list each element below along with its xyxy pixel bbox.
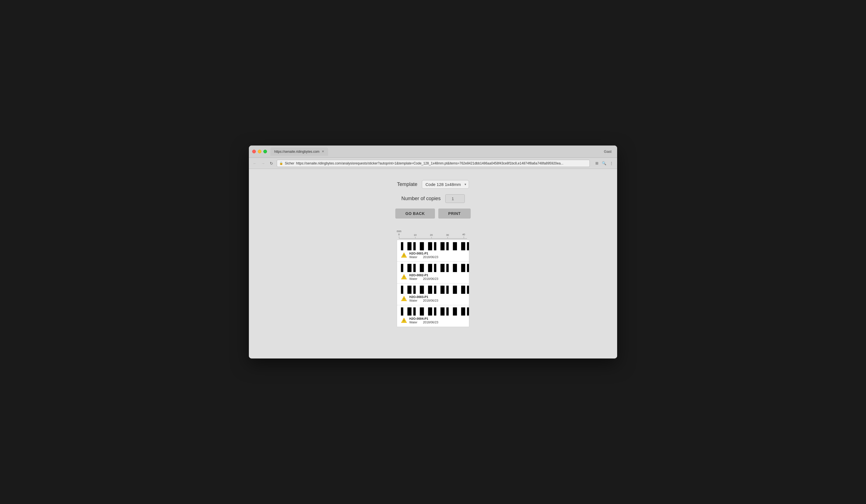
- url-text: https://senaite.ridingbytes.com/analysis…: [296, 161, 563, 165]
- labels-container: ▌▐▌▌▐▌▐▌▌▐▌▌▐▌▐▌▌▐▌▐▌▌▐▌▌▐▌▐▌▌▐▌▐▌▌▐▌ ! …: [397, 240, 469, 327]
- barcode: ▌▐▌▌▐▌▐▌▌▐▌▌▐▌▐▌▌▐▌▐▌▌▐▌▌▐▌▐▌▌▐▌▐▌▌▐▌: [401, 308, 465, 316]
- traffic-lights: [252, 150, 267, 153]
- ruler-unit: mm: [397, 230, 401, 233]
- label-meta: Water 2018/06/23: [409, 299, 438, 302]
- svg-text:!: !: [403, 297, 404, 300]
- forward-button[interactable]: →: [260, 160, 266, 167]
- label-details: H2O-0002-P1 Water 2018/06/23: [409, 274, 438, 280]
- address-bar: ← → ↻ 🔒 Sicher https://senaite.ridingbyt…: [249, 158, 617, 169]
- ruler-label-40: 40: [462, 233, 465, 236]
- copies-label: Number of copies: [401, 196, 441, 202]
- template-select[interactable]: Code 128 1x48mm: [422, 180, 469, 189]
- preview-area: mm 0 10 20 30 40 ▌▐▌▌: [254, 230, 612, 327]
- template-select-wrapper: Code 128 1x48mm: [422, 180, 469, 189]
- ruler-label-10: 10: [414, 233, 417, 237]
- label-id: H2O-0001-P1: [409, 252, 438, 255]
- sample-type: Water: [409, 321, 418, 324]
- label-meta: Water 2018/06/23: [409, 277, 438, 280]
- controls-area: Template Code 128 1x48mm Number of copie…: [254, 180, 612, 219]
- sample-type: Water: [409, 277, 418, 280]
- warning-icon: !: [401, 274, 407, 280]
- warning-icon: !: [401, 296, 407, 302]
- template-row: Template Code 128 1x48mm: [397, 180, 469, 189]
- label-date: 2018/06/23: [423, 321, 438, 324]
- label-item: ▌▐▌▌▐▌▐▌▌▐▌▌▐▌▐▌▌▐▌▐▌▌▐▌▌▐▌▐▌▌▐▌▐▌▌▐▌ ! …: [397, 262, 469, 284]
- bookmark-icon[interactable]: ⊞: [594, 160, 600, 167]
- label-meta: Water 2018/06/23: [409, 321, 438, 324]
- label-meta: Water 2018/06/23: [409, 255, 438, 259]
- ruler-dots: [399, 238, 467, 239]
- ruler-label-30: 30: [446, 233, 449, 237]
- svg-text:!: !: [403, 276, 404, 279]
- svg-text:!: !: [403, 319, 404, 322]
- tab-url: https://senaite.ridingbytes.com: [274, 150, 320, 153]
- browser-window: https://senaite.ridingbytes.com ✕ Gast ←…: [249, 146, 617, 358]
- buttons-row: GO BACK PRINT: [395, 208, 471, 219]
- label-id: H2O-0002-P1: [409, 274, 438, 277]
- sample-type: Water: [409, 255, 418, 259]
- sample-type: Water: [409, 299, 418, 302]
- title-bar: https://senaite.ridingbytes.com ✕ Gast: [249, 146, 617, 158]
- label-id: H2O-0003-P1: [409, 295, 438, 299]
- barcode: ▌▐▌▌▐▌▐▌▌▐▌▌▐▌▐▌▌▐▌▐▌▌▐▌▌▐▌▐▌▌▐▌▐▌▌▐▌: [401, 243, 465, 251]
- svg-text:!: !: [403, 254, 404, 257]
- label-date: 2018/06/23: [423, 299, 438, 302]
- label-details: H2O-0003-P1 Water 2018/06/23: [409, 295, 438, 302]
- warning-icon: !: [401, 252, 407, 259]
- label-info-row: ! H2O-0002-P1 Water 2018/06/23: [401, 274, 465, 280]
- close-button[interactable]: [252, 150, 256, 153]
- label-item: ▌▐▌▌▐▌▐▌▌▐▌▌▐▌▐▌▌▐▌▐▌▌▐▌▌▐▌▐▌▌▐▌▐▌▌▐▌ ! …: [397, 305, 469, 327]
- label-info-row: ! H2O-0004-P1 Water 2018/06/23: [401, 317, 465, 324]
- toolbar-icons: ⊞ 🔍 ⋮: [594, 160, 614, 167]
- label-info-row: ! H2O-0001-P1 Water 2018/06/23: [401, 252, 465, 259]
- ruler-label-0: 0: [398, 233, 400, 236]
- label-item: ▌▐▌▌▐▌▐▌▌▐▌▌▐▌▐▌▌▐▌▐▌▌▐▌▌▐▌▐▌▌▐▌▐▌▌▐▌ ! …: [397, 240, 469, 262]
- label-info-row: ! H2O-0003-P1 Water 2018/06/23: [401, 295, 465, 302]
- print-button[interactable]: PRINT: [438, 208, 471, 219]
- label-id: H2O-0004-P1: [409, 317, 438, 320]
- barcode: ▌▐▌▌▐▌▐▌▌▐▌▌▐▌▐▌▌▐▌▐▌▌▐▌▌▐▌▐▌▌▐▌▐▌▌▐▌: [401, 265, 465, 272]
- ruler-label-20: 20: [430, 233, 433, 237]
- menu-icon[interactable]: ⋮: [608, 160, 614, 167]
- label-details: H2O-0001-P1 Water 2018/06/23: [409, 252, 438, 259]
- secure-icon: 🔒: [279, 161, 283, 165]
- secure-label: Sicher: [285, 161, 295, 165]
- label-item: ▌▐▌▌▐▌▐▌▌▐▌▌▐▌▐▌▌▐▌▐▌▌▐▌▌▐▌▐▌▌▐▌▐▌▌▐▌ ! …: [397, 284, 469, 305]
- copies-input[interactable]: [445, 194, 465, 203]
- search-icon[interactable]: 🔍: [601, 160, 607, 167]
- warning-icon: !: [401, 318, 407, 324]
- tab-bar: https://senaite.ridingbytes.com ✕: [270, 148, 604, 156]
- label-date: 2018/06/23: [423, 277, 438, 280]
- address-field[interactable]: 🔒 Sicher https://senaite.ridingbytes.com…: [277, 160, 590, 167]
- label-date: 2018/06/23: [423, 255, 438, 259]
- reload-button[interactable]: ↻: [268, 160, 275, 167]
- minimize-button[interactable]: [258, 150, 262, 153]
- maximize-button[interactable]: [263, 150, 267, 153]
- copies-row: Number of copies: [401, 194, 465, 203]
- user-label: Gast: [604, 149, 614, 153]
- go-back-button[interactable]: GO BACK: [395, 208, 435, 219]
- tab-close-icon[interactable]: ✕: [322, 150, 324, 153]
- page-content: Template Code 128 1x48mm Number of copie…: [249, 169, 617, 358]
- barcode: ▌▐▌▌▐▌▐▌▌▐▌▌▐▌▐▌▌▐▌▐▌▌▐▌▌▐▌▐▌▌▐▌▐▌▌▐▌: [401, 286, 465, 294]
- label-details: H2O-0004-P1 Water 2018/06/23: [409, 317, 438, 324]
- browser-tab[interactable]: https://senaite.ridingbytes.com ✕: [270, 148, 328, 156]
- ruler: mm 0 10 20 30 40: [397, 230, 469, 239]
- template-label: Template: [397, 182, 418, 187]
- back-button[interactable]: ←: [252, 160, 258, 167]
